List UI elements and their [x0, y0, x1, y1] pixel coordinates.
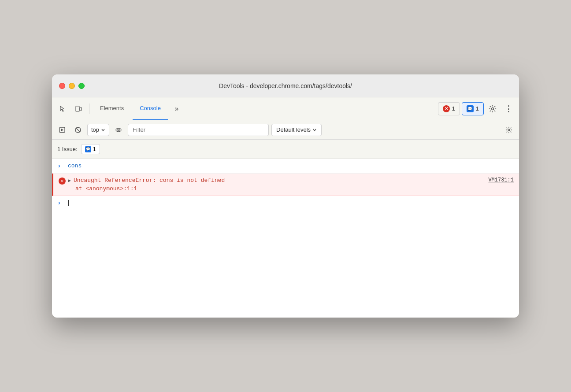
expand-arrow-log[interactable]: ›	[57, 163, 64, 170]
traffic-lights	[59, 83, 85, 89]
chevron-down-icon-2	[312, 128, 317, 132]
main-toolbar: Elements Console » ✕ 1 💬 1	[52, 97, 519, 120]
error-circle-icon: ✕	[59, 178, 66, 185]
window-title: DevTools - developer.chrome.com/tags/dev…	[219, 82, 352, 89]
svg-rect-1	[80, 107, 82, 111]
eye-icon-button[interactable]	[112, 123, 125, 137]
more-options-button[interactable]: ⋮	[501, 102, 515, 116]
block-icon	[74, 126, 82, 133]
more-tabs-button[interactable]: »	[170, 102, 184, 116]
issue-badge-button[interactable]: 💬 1	[81, 144, 100, 154]
console-settings-button[interactable]	[502, 123, 515, 137]
title-bar: DevTools - developer.chrome.com/tags/dev…	[52, 74, 519, 97]
error-main-row: ✕ ▶ Uncaught ReferenceError: cons is not…	[59, 177, 514, 185]
svg-point-7	[116, 128, 121, 132]
devtools-window: DevTools - developer.chrome.com/tags/dev…	[52, 74, 519, 318]
filter-input[interactable]	[128, 124, 269, 136]
inspect-element-button[interactable]	[56, 102, 70, 116]
issues-bar: 1 Issue: 💬 1	[52, 140, 519, 159]
svg-line-6	[76, 128, 80, 132]
chevron-down-icon	[101, 128, 105, 132]
svg-rect-0	[76, 106, 79, 111]
error-badge-button[interactable]: ✕ 1	[438, 102, 460, 115]
tab-console[interactable]: Console	[133, 97, 168, 120]
gear-icon-2	[505, 126, 512, 133]
secondary-toolbar: top Default levels	[52, 120, 519, 140]
cursor-icon	[59, 105, 66, 112]
ellipsis-icon: ⋮	[504, 104, 512, 114]
log-text: cons	[68, 163, 82, 169]
console-log-entry: › cons	[52, 159, 519, 174]
error-location-link[interactable]: VM1731:1	[488, 177, 514, 183]
play-icon	[59, 126, 66, 133]
console-input-row: ›	[52, 196, 519, 210]
issue-chat-icon: 💬	[85, 146, 91, 152]
eye-icon	[115, 126, 122, 133]
error-icon: ✕	[443, 105, 450, 112]
block-icon-button[interactable]	[71, 123, 85, 137]
minimize-button[interactable]	[69, 83, 75, 89]
close-button[interactable]	[59, 83, 65, 89]
error-secondary-text: at <anonymous>:1:1	[75, 185, 514, 192]
issue-text: 1 Issue:	[57, 146, 78, 152]
top-context-selector[interactable]: top	[87, 124, 109, 136]
input-prompt: ›	[57, 200, 64, 207]
toolbar-divider-1	[89, 104, 89, 114]
window-body: Elements Console » ✕ 1 💬 1	[52, 97, 519, 318]
device-icon	[75, 105, 82, 112]
console-error-entry: ✕ ▶ Uncaught ReferenceError: cons is not…	[52, 174, 519, 196]
svg-point-8	[118, 129, 119, 131]
error-message: Uncaught ReferenceError: cons is not def…	[74, 177, 486, 184]
settings-button[interactable]	[486, 102, 500, 116]
tab-elements[interactable]: Elements	[93, 97, 131, 120]
gear-icon	[489, 105, 497, 113]
chat-badge-button[interactable]: 💬 1	[462, 102, 484, 115]
maximize-button[interactable]	[78, 83, 85, 89]
cursor-blink[interactable]	[68, 200, 69, 206]
svg-point-9	[508, 129, 510, 131]
svg-point-2	[492, 107, 494, 110]
device-toggle-button[interactable]	[71, 102, 85, 116]
default-levels-button[interactable]: Default levels	[271, 124, 322, 136]
clear-console-button[interactable]	[56, 123, 69, 137]
error-expand-arrow[interactable]: ▶	[68, 178, 71, 183]
svg-marker-4	[61, 129, 63, 131]
console-area: › cons ✕ ▶ Uncaught ReferenceError: cons…	[52, 159, 519, 318]
chat-icon: 💬	[467, 105, 474, 112]
